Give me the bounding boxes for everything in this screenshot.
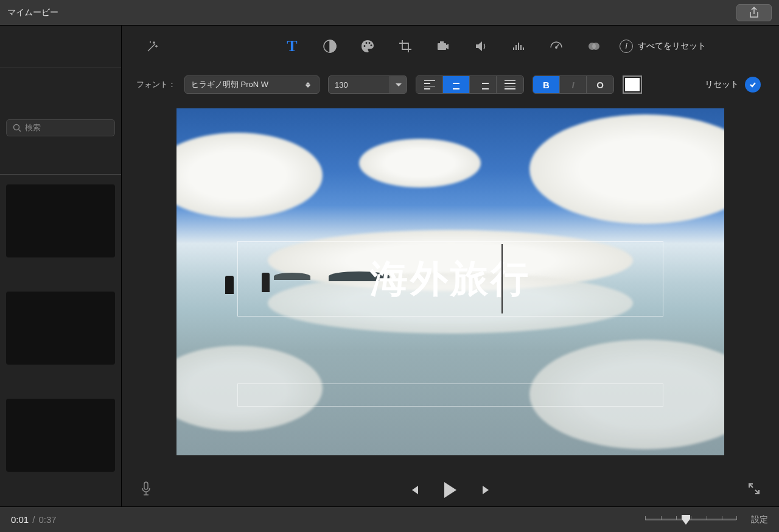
content-area: T i すべてをリセット フォント： ヒラギノ明朝 ProN W 130: [122, 26, 779, 506]
font-select[interactable]: ヒラギノ明朝 ProN W: [184, 75, 320, 94]
inspector-toolbar: T i すべてをリセット: [280, 34, 706, 58]
prev-button[interactable]: [405, 481, 423, 499]
filter-tab[interactable]: [318, 34, 342, 58]
crop-icon: [398, 39, 413, 54]
align-right-button[interactable]: [470, 76, 497, 93]
svg-rect-3: [440, 41, 444, 43]
sidebar: 検索: [0, 26, 122, 506]
reset-all-label: すべてをリセット: [638, 41, 706, 52]
fullscreen-button[interactable]: [747, 482, 761, 498]
zoom-slider[interactable]: [645, 514, 736, 526]
apply-button[interactable]: [745, 77, 761, 93]
info-icon: i: [620, 40, 633, 53]
media-slot[interactable]: [6, 292, 115, 365]
reset-all-button[interactable]: i すべてをリセット: [620, 40, 706, 53]
outline-button[interactable]: O: [587, 76, 613, 93]
subtitle-text-box[interactable]: [237, 383, 663, 407]
text-format-bar: フォント： ヒラギノ明朝 ProN W 130 B I O: [122, 68, 779, 101]
expand-icon: [747, 482, 761, 495]
svg-point-0: [14, 125, 19, 130]
svg-point-6: [592, 43, 599, 50]
magic-wand-button[interactable]: [140, 35, 164, 59]
slider-knob[interactable]: [682, 515, 690, 525]
play-icon: [444, 482, 456, 498]
voiceover-button[interactable]: [140, 481, 152, 499]
title-text: 海外旅行: [370, 253, 531, 304]
alignment-segment: [416, 75, 524, 94]
next-button[interactable]: [478, 481, 496, 499]
stepper-icon: [302, 82, 314, 88]
project-title: マイムービー: [7, 7, 58, 18]
share-icon: [749, 7, 760, 19]
align-justify-button[interactable]: [497, 76, 523, 93]
camera-icon: [436, 39, 450, 54]
font-size-select[interactable]: 130: [328, 75, 407, 94]
text-color-swatch[interactable]: [623, 75, 642, 94]
noise-tab[interactable]: [506, 34, 531, 58]
time-separator: /: [32, 514, 35, 525]
speed-tab[interactable]: [544, 34, 568, 58]
color-tab[interactable]: [355, 34, 380, 58]
font-value: ヒラギノ明朝 ProN W: [191, 79, 268, 90]
font-label: フォント：: [136, 79, 176, 90]
media-slot[interactable]: [6, 184, 115, 257]
equalizer-icon: [511, 39, 526, 54]
palette-icon: [360, 39, 375, 54]
speedometer-icon: [549, 39, 564, 54]
stabilize-tab[interactable]: [431, 34, 455, 58]
align-left-button[interactable]: [416, 76, 443, 93]
text-cursor: [501, 244, 503, 313]
volume-tab[interactable]: [469, 34, 493, 58]
italic-button[interactable]: I: [560, 76, 587, 93]
text-tab[interactable]: T: [280, 34, 304, 58]
media-slot[interactable]: [6, 399, 115, 472]
check-icon: [749, 80, 757, 89]
video-overlay-tab[interactable]: [582, 34, 606, 58]
search-icon: [13, 124, 21, 132]
preview-viewer[interactable]: 海外旅行: [176, 108, 724, 455]
footer-bar: 0:01 / 0:37 設定: [0, 506, 779, 532]
align-center-button[interactable]: [443, 76, 470, 93]
title-text-box[interactable]: 海外旅行: [237, 241, 663, 317]
reset-button[interactable]: リセット: [705, 79, 739, 90]
current-time: 0:01: [11, 514, 29, 525]
search-input[interactable]: 検索: [6, 119, 115, 136]
bold-button[interactable]: B: [533, 76, 560, 93]
overlap-icon: [587, 39, 601, 54]
microphone-icon: [140, 481, 152, 497]
search-placeholder: 検索: [25, 122, 41, 133]
playback-bar: [122, 474, 779, 506]
svg-point-4: [556, 47, 557, 48]
font-size-value: 130: [335, 80, 348, 89]
total-time: 0:37: [38, 514, 56, 525]
chevron-down-icon: [390, 76, 407, 93]
share-button[interactable]: [736, 4, 772, 21]
wand-icon: [144, 39, 160, 55]
svg-rect-7: [144, 482, 148, 489]
play-button[interactable]: [441, 481, 459, 499]
crop-tab[interactable]: [393, 34, 417, 58]
style-segment: B I O: [533, 75, 614, 94]
settings-button[interactable]: 設定: [751, 514, 768, 525]
svg-rect-2: [438, 43, 446, 50]
speaker-icon: [473, 39, 488, 54]
contrast-icon: [323, 39, 337, 54]
skip-forward-icon: [481, 484, 493, 496]
title-bar: マイムービー: [0, 0, 779, 26]
skip-back-icon: [408, 484, 420, 496]
